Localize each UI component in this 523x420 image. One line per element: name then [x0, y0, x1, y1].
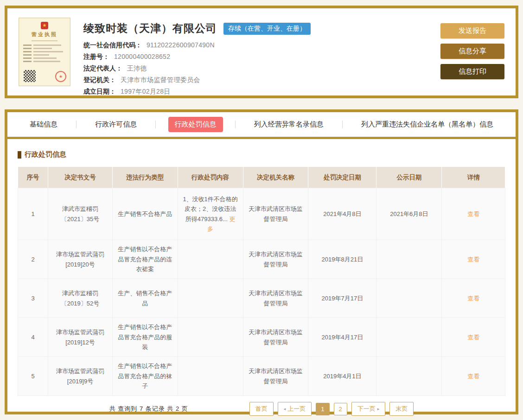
- col-header-decision-date: 处罚决定日期: [308, 167, 376, 188]
- record-count-summary: 共 查询到 7 条记录 共 2 页: [109, 405, 188, 413]
- col-header-type: 违法行为类型: [112, 167, 178, 188]
- red-seal-icon: ★: [55, 71, 66, 82]
- tab-divider: [342, 121, 343, 128]
- tab-bar: 基础信息 行政许可信息 行政处罚信息 列入经营异常名录信息 列入严重违法失信企业…: [7, 112, 516, 137]
- tab-divider: [235, 121, 236, 128]
- col-header-content: 行政处罚内容: [178, 167, 243, 188]
- field-establish-date: 成立日期： 1997年02月28日: [83, 88, 440, 96]
- license-title: 营业执照: [23, 31, 66, 38]
- next-page-button[interactable]: 下一页▸: [351, 402, 386, 416]
- next-arrow-icon: ▸: [377, 407, 380, 411]
- pager-buttons: 首页 ◂上一页 1 2 下一页▸ 末页: [249, 402, 414, 416]
- header-actions: 发送报告 信息分享 信息打印: [440, 18, 504, 79]
- section-title-text: 行政处罚信息: [25, 150, 66, 159]
- field-legal-representative: 法定代表人： 王沛德: [83, 64, 440, 73]
- section-title: 行政处罚信息: [18, 150, 505, 159]
- col-header-doc: 决定书文号: [48, 167, 113, 188]
- tab-blacklist[interactable]: 列入严重违法失信企业名单（黑名单）信息: [355, 117, 500, 132]
- business-license-image: ★ 营业执照 ★: [19, 18, 70, 86]
- penalty-content: 行政处罚信息 序号 决定书文号 违法行为类型 行政处罚内容 决定机关名称 处罚决…: [7, 139, 516, 416]
- col-header-detail: 详情: [442, 167, 505, 188]
- view-detail-link[interactable]: 查看: [467, 210, 479, 217]
- license-subtitle-line: [32, 40, 57, 41]
- last-page-button[interactable]: 末页: [389, 402, 414, 416]
- send-report-button[interactable]: 发送报告: [440, 23, 504, 38]
- tab-admin-penalty[interactable]: 行政处罚信息: [168, 117, 223, 132]
- view-detail-link[interactable]: 查看: [467, 334, 479, 341]
- first-page-button[interactable]: 首页: [249, 402, 274, 416]
- col-header-publish-date: 公示日期: [376, 167, 442, 188]
- print-info-button[interactable]: 信息打印: [440, 64, 504, 79]
- company-name: 绫致时装（天津）有限公司: [83, 21, 217, 36]
- pagination: 共 查询到 7 条记录 共 2 页 首页 ◂上一页 1 2 下一页▸ 末页: [18, 402, 505, 416]
- table-row: 3 津武市监稽罚〔2019〕52号 生产、销售不合格产品 天津市武清区市场监督管…: [18, 279, 505, 318]
- share-info-button[interactable]: 信息分享: [440, 44, 504, 59]
- table-row: 4 津市场监管武蒲罚[2019]12号 生产销售以不合格产品冒充合格产品的服装 …: [18, 318, 505, 357]
- field-credit-code: 统一社会信用代码： 91120222600907490N: [83, 41, 440, 50]
- table-row: 1 津武市监稽罚〔2021〕35号 生产销售不合格产品 1、没收1件不合格的皮衣…: [18, 188, 505, 240]
- tab-divider: [76, 121, 77, 128]
- col-header-no: 序号: [18, 167, 48, 188]
- page-2-button[interactable]: 2: [334, 403, 347, 415]
- section-marker-icon: [18, 151, 21, 159]
- tab-admin-license[interactable]: 行政许可信息: [89, 117, 143, 132]
- field-registration-authority: 登记机关： 天津市市场监督管理委员会: [83, 76, 440, 84]
- detail-card: 基础信息 行政许可信息 行政处罚信息 列入经营异常名录信息 列入严重违法失信企业…: [5, 109, 518, 414]
- national-emblem-icon: ★: [41, 22, 48, 29]
- company-header-card: ★ 营业执照 ★ 绫致时装（天津）有限公司 存续（在营、开业、在册） 统一社会信…: [5, 6, 518, 98]
- view-detail-link[interactable]: 查看: [467, 295, 479, 302]
- penalty-table: 序号 决定书文号 违法行为类型 行政处罚内容 决定机关名称 处罚决定日期 公示日…: [18, 166, 505, 396]
- tab-divider: [155, 121, 156, 128]
- field-registration-no: 注册号： 120000400028652: [83, 53, 440, 61]
- company-info: 绫致时装（天津）有限公司 存续（在营、开业、在册） 统一社会信用代码： 9112…: [70, 18, 440, 99]
- prev-arrow-icon: ◂: [284, 407, 286, 411]
- qr-code-icon: [24, 70, 36, 82]
- prev-page-button[interactable]: ◂上一页: [278, 402, 312, 416]
- table-row: 5 津市场监管武蒲罚[2019]9号 生产销售以不合格产品冒充合格产品的袜子 天…: [18, 357, 505, 396]
- tab-abnormal-operation[interactable]: 列入经营异常名录信息: [248, 117, 330, 132]
- page-1-button[interactable]: 1: [316, 403, 329, 415]
- table-header-row: 序号 决定书文号 违法行为类型 行政处罚内容 决定机关名称 处罚决定日期 公示日…: [18, 167, 505, 188]
- tab-basic-info[interactable]: 基础信息: [23, 117, 64, 132]
- col-header-org: 决定机关名称: [243, 167, 308, 188]
- view-detail-link[interactable]: 查看: [467, 373, 479, 380]
- view-detail-link[interactable]: 查看: [467, 256, 479, 263]
- status-badge: 存续（在营、开业、在册）: [223, 23, 311, 35]
- table-row: 2 津市场监管武蒲罚[2019]20号 生产销售以不合格产品冒充合格产品的连衣裙…: [18, 240, 505, 279]
